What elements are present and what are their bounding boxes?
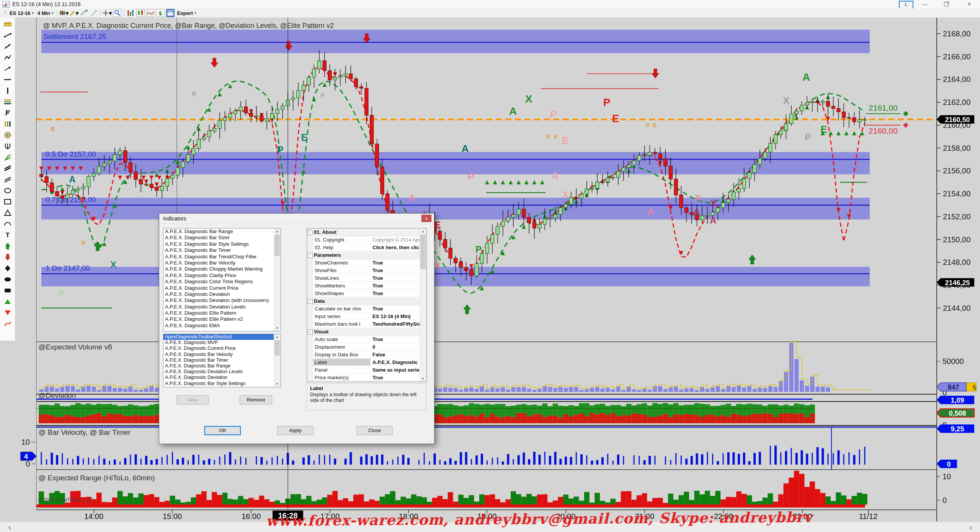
property-row[interactable]: ShowChannelsTrue: [307, 259, 426, 267]
indicator-item[interactable]: A.P.E.X. Diagnostic EMA: [163, 323, 281, 329]
draw-remove-button[interactable]: [89, 9, 99, 17]
remove-button[interactable]: Remove: [240, 395, 272, 405]
property-section[interactable]: −Data: [307, 297, 426, 305]
pattern-letter: A: [509, 105, 517, 117]
window-title: ES 12-16 (4 Min) 12.11.2016: [12, 1, 81, 7]
scroll-up-icon[interactable]: ▲: [420, 228, 426, 234]
price-tick-label: 2154,00: [943, 189, 970, 198]
dialog-close-button[interactable]: ×: [421, 215, 431, 222]
pattern-letter: P: [546, 134, 550, 140]
indicator-item[interactable]: A.P.E.X. Diagnostic Elite Pattern: [163, 310, 281, 316]
link-button[interactable]: L: [899, 1, 913, 9]
configured-indicator-item[interactable]: ApexDiagnosticToolbarShortcut: [163, 334, 281, 340]
configured-indicator-item[interactable]: A.P.E.X. Diagnostic Bar Velocity: [163, 352, 281, 357]
magnifier-button[interactable]: [112, 9, 122, 17]
scroll-down-icon[interactable]: ▼: [420, 376, 426, 382]
property-row[interactable]: PanelSame as input series: [307, 366, 426, 374]
indicator-item[interactable]: A.P.E.X. Diagnostic Bar Range: [163, 228, 281, 235]
property-row[interactable]: ShowShapesTrue: [307, 290, 426, 297]
indicator-item[interactable]: A.P.E.X. Diagnostic Deviation: [163, 291, 281, 297]
draw-add-button[interactable]: [79, 9, 89, 17]
interval-selector[interactable]: 4 Min▾: [36, 9, 56, 17]
property-row[interactable]: LabelA.P.E.X. Diagnostic: [307, 359, 426, 366]
price-tick-label: 2168,00: [943, 29, 970, 38]
configured-indicator-item[interactable]: A.P.E.X. Diagnostic Deviation Levels: [163, 369, 281, 375]
resize-grip[interactable]: ⋱: [427, 437, 432, 443]
configured-indicator-item[interactable]: A.P.E.X. Diagnostic Bar Timer: [163, 357, 281, 363]
configured-scrollbar[interactable]: ▲▼: [274, 334, 281, 387]
pattern-letter: E: [554, 134, 557, 140]
close-button[interactable]: ×: [964, 1, 975, 8]
account-dollar-button[interactable]: $: [155, 9, 165, 17]
apply-button[interactable]: Apply: [277, 426, 314, 435]
bar-analysis-button[interactable]: [126, 9, 136, 17]
configured-indicators-list[interactable]: ApexDiagnosticToolbarShortcutA.P.E.X. Di…: [163, 334, 281, 387]
pattern-letter: P: [603, 96, 611, 108]
restore-button[interactable]: [941, 1, 951, 8]
dialog-close-action-button[interactable]: Close: [356, 426, 393, 435]
indicator-item[interactable]: A.P.E.X. Diagnostic Current Price: [163, 285, 281, 291]
indicator-item[interactable]: A.P.E.X. Diagnostic Color Time Regions: [163, 279, 281, 285]
indicator-item[interactable]: A.P.E.X. Diagnostic Clarity Price: [163, 273, 281, 279]
indicator-item[interactable]: A.P.E.X. Diagnostic Deviation (with cros…: [163, 297, 281, 304]
scroll-down-icon[interactable]: ▼: [274, 325, 280, 331]
crosshair-button[interactable]: ▾: [102, 9, 112, 17]
new-button[interactable]: New: [176, 395, 209, 405]
configured-indicator-item[interactable]: A.P.E.X. Diagnostic Bar Style Settings: [163, 381, 281, 387]
pattern-letter: X: [694, 193, 701, 203]
indicator-item[interactable]: A.P.E.X. Diagnostic Bar Sizer: [163, 235, 281, 241]
pattern-letter: P: [468, 171, 474, 182]
wave-analyzer-button[interactable]: [145, 9, 155, 17]
configured-indicator-item[interactable]: A.P.E.X. Diagnostic Deviation: [163, 375, 281, 380]
indicator-item[interactable]: A.P.E.X. Diagnostic Bar Velocity: [163, 260, 281, 266]
indicator-item[interactable]: A.P.E.X. Diagnostic Bar Timer: [163, 247, 281, 253]
indicator-item[interactable]: A.P.E.X. Diagnostic Bar Trend/Chop Filte…: [163, 254, 281, 260]
svg-text:2146,25: 2146,25: [945, 279, 970, 287]
property-row[interactable]: 02. HelpClick here, then click: [307, 244, 426, 251]
export-button[interactable]: Export▾: [175, 9, 198, 17]
ok-button[interactable]: OK: [204, 426, 241, 435]
instrument-selector[interactable]: ES 12-16▾: [8, 9, 36, 17]
pattern-letter: X: [562, 189, 568, 200]
scroll-down-icon[interactable]: ▼: [274, 381, 280, 387]
property-row[interactable]: ShowFibsTrue: [307, 267, 426, 274]
configured-indicator-item[interactable]: A.P.E.X. Diagnostic MVP: [163, 340, 281, 346]
property-section[interactable]: −Parameters: [307, 251, 426, 259]
property-row[interactable]: Maximum bars look lTwoHundredFiftySix: [307, 320, 426, 328]
available-indicators-list[interactable]: A.P.E.X. Diagnostic Bar RangeA.P.E.X. Di…: [163, 228, 281, 331]
property-row[interactable]: Calculate on bar closTrue: [307, 305, 426, 313]
minimize-button[interactable]: —: [920, 1, 930, 8]
property-section[interactable]: −01. About: [307, 228, 426, 237]
property-row[interactable]: Input seriesES 12-16 (4 Min): [307, 313, 426, 320]
drawing-tools-button[interactable]: ▾: [69, 9, 79, 17]
property-grid[interactable]: −01. About01. CopyrightCopyright © 2014 …: [307, 228, 427, 382]
configured-indicator-item[interactable]: A.P.E.X. Diagnostic Current Price: [163, 346, 281, 351]
property-scrollbar[interactable]: ▲▼: [420, 228, 426, 382]
scroll-left-icon[interactable]: ‹: [8, 523, 11, 532]
chart-canvas[interactable]: Settlement 2167,25-0.5 Dσ 2157,00-0.7 Dσ…: [0, 18, 980, 532]
property-row[interactable]: Display in Data BoxFalse: [307, 351, 426, 359]
indicator-item[interactable]: A.P.E.X. Diagnostic Choppy Market Warnin…: [163, 266, 281, 272]
property-section[interactable]: −Visual: [307, 328, 426, 336]
property-row[interactable]: Auto scaleTrue: [307, 336, 426, 343]
scroll-right-icon[interactable]: ›: [969, 523, 972, 532]
property-row[interactable]: Displacement0: [307, 343, 426, 351]
property-row[interactable]: Price marker(s)True: [307, 374, 426, 382]
property-row[interactable]: ShowLinesTrue: [307, 274, 426, 282]
indicator-item[interactable]: A.P.E.X. Diagnostic Elite Pattern v2: [163, 316, 281, 322]
indicator-item[interactable]: A.P.E.X. Diagnostic Bar Style Settings: [163, 241, 281, 247]
chart-style-button[interactable]: ▾: [59, 9, 69, 17]
pattern-letter: E: [653, 122, 656, 128]
toolbar-grip-icon[interactable]: ⠿: [4, 11, 6, 16]
configured-indicator-item[interactable]: A.P.E.X. Diagnostic Bar Range: [163, 363, 281, 369]
indicator-item[interactable]: A.P.E.X. Diagnostic Deviation Levels: [163, 304, 281, 310]
scroll-up-icon[interactable]: ▲: [274, 334, 280, 340]
time-tick-label: 16:00: [242, 512, 261, 521]
scroll-up-icon[interactable]: ▲: [274, 228, 280, 234]
property-row[interactable]: 01. CopyrightCopyright © 2014 Apex I: [307, 236, 426, 244]
chart-trader-button[interactable]: [136, 9, 145, 17]
available-scrollbar[interactable]: ▲▼: [274, 228, 281, 331]
data-grid-button[interactable]: [165, 9, 175, 17]
dialog-title-bar[interactable]: Indicators: [159, 214, 434, 224]
property-row[interactable]: ShowMarkersTrue: [307, 282, 426, 290]
